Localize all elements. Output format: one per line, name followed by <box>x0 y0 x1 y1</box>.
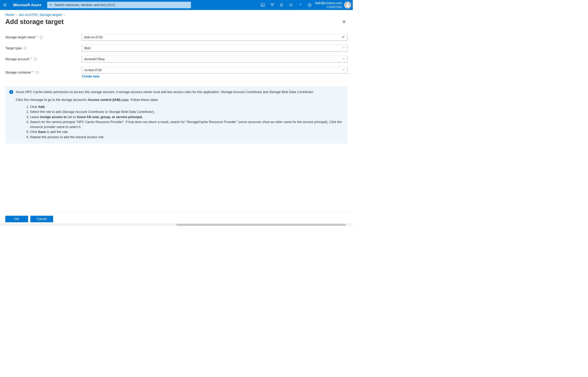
row-storage-container: Storage container * i ns-test-0729 Creat… <box>5 67 347 78</box>
row-storage-target-name: Storage target name * i blob-ns-0729 <box>5 34 347 41</box>
settings-button[interactable] <box>288 2 293 8</box>
breadcrumb: Home › doc-ns-0729 | Storage targets › <box>0 10 353 17</box>
infobox-step: Search for the service principal "HPC Ca… <box>30 120 343 129</box>
info-icon[interactable]: i <box>40 36 43 39</box>
chevron-down-icon <box>342 57 345 61</box>
page-title-bar: Add storage target <box>0 17 353 28</box>
svg-point-5 <box>310 4 310 5</box>
infobox-steps: Click Add. Select the role to add (Stora… <box>26 105 344 139</box>
account-info[interactable]: beth@contoso.com CONTOSO <box>315 1 344 9</box>
account-tenant: CONTOSO <box>315 5 342 9</box>
storage-container-select[interactable]: ns-test-0729 <box>82 67 347 74</box>
info-icon[interactable]: i <box>23 47 27 50</box>
infobox-intro: Azure HPC Cache needs permission to acce… <box>16 90 344 94</box>
avatar-icon <box>345 2 351 8</box>
validation-check-icon <box>341 35 345 39</box>
top-navigation-bar: Microsoft Azure beth@contoso.com CONTOSO <box>0 0 353 10</box>
svg-point-4 <box>309 4 309 5</box>
gear-icon <box>289 3 293 7</box>
account-email: beth@contoso.com <box>315 1 342 5</box>
row-storage-account: Storage account * i doctest0729sa <box>5 56 347 63</box>
required-indicator: * <box>36 36 37 39</box>
page-title: Add storage target <box>5 18 64 26</box>
label-storage-target-name: Storage target name <box>5 35 35 39</box>
storage-container-value: ns-test-0729 <box>84 68 102 72</box>
chevron-down-icon <box>342 68 345 72</box>
infobox-step: Click Save to add the role. <box>30 130 343 134</box>
close-panel-button[interactable] <box>341 18 347 26</box>
svg-point-6 <box>347 3 348 5</box>
directory-filter-button[interactable] <box>270 2 275 8</box>
brand-title[interactable]: Microsoft Azure <box>10 3 46 7</box>
chevron-right-icon: › <box>63 13 66 16</box>
chevron-right-icon: › <box>15 13 18 16</box>
cloud-shell-button[interactable] <box>260 2 265 8</box>
horizontal-scrollbar[interactable] <box>0 223 353 226</box>
form: Storage target name * i blob-ns-0729 Tar… <box>0 28 353 80</box>
search-icon <box>49 3 53 7</box>
notifications-button[interactable] <box>279 2 284 8</box>
hamburger-menu-button[interactable] <box>0 0 10 10</box>
breadcrumb-home[interactable]: Home <box>5 13 14 16</box>
label-storage-account: Storage account <box>5 57 29 61</box>
create-new-container-link[interactable]: Create new <box>82 75 99 78</box>
infobox-step: Leave Assign access to set to Azure AD u… <box>30 115 343 119</box>
bell-icon <box>280 3 284 7</box>
feedback-button[interactable] <box>307 2 312 8</box>
storage-target-name-input[interactable]: blob-ns-0729 <box>82 34 347 41</box>
required-indicator: * <box>30 58 32 61</box>
help-icon <box>298 3 303 7</box>
cloud-shell-icon <box>261 3 265 7</box>
label-target-type: Target type <box>5 46 21 50</box>
infobox-step: Click Add. <box>30 105 343 109</box>
svg-point-3 <box>308 3 311 7</box>
feedback-icon <box>308 3 312 7</box>
info-icon[interactable]: i <box>36 71 39 74</box>
infobox-step: Select the role to add (Storage Account … <box>30 110 343 114</box>
svg-point-0 <box>50 4 52 5</box>
account-avatar[interactable] <box>344 1 351 9</box>
info-circle-icon: i <box>9 90 13 94</box>
required-indicator: * <box>33 71 34 74</box>
info-icon[interactable]: i <box>34 58 37 61</box>
infobox-click-message: Click this message to go to the storage … <box>16 98 344 102</box>
chevron-down-icon <box>342 46 345 50</box>
close-icon <box>342 20 346 24</box>
filter-icon <box>270 3 274 7</box>
scrollbar-thumb[interactable] <box>176 224 346 226</box>
storage-target-name-value: blob-ns-0729 <box>84 35 102 39</box>
hamburger-icon <box>3 3 7 7</box>
target-type-select[interactable]: Blob <box>82 45 347 52</box>
infobox-step: Repeat this process to add the second ac… <box>30 135 343 139</box>
ok-button[interactable]: OK <box>5 216 28 222</box>
permission-info-box[interactable]: i Azure HPC Cache needs permission to ac… <box>5 86 347 144</box>
help-button[interactable] <box>298 2 303 8</box>
search-input[interactable] <box>55 3 189 7</box>
target-type-value: Blob <box>84 46 90 50</box>
storage-account-value: doctest0729sa <box>84 57 104 61</box>
global-search[interactable] <box>47 2 191 8</box>
topbar-icon-group <box>257 2 315 8</box>
svg-rect-1 <box>261 4 265 6</box>
row-target-type: Target type i Blob <box>5 45 347 52</box>
breadcrumb-resource[interactable]: doc-ns-0729 | Storage targets <box>19 13 62 16</box>
svg-point-2 <box>290 4 291 5</box>
footer-bar: OK Cancel <box>0 211 353 226</box>
cancel-button[interactable]: Cancel <box>30 216 53 222</box>
storage-account-select[interactable]: doctest0729sa <box>82 56 347 63</box>
label-storage-container: Storage container <box>5 71 31 74</box>
